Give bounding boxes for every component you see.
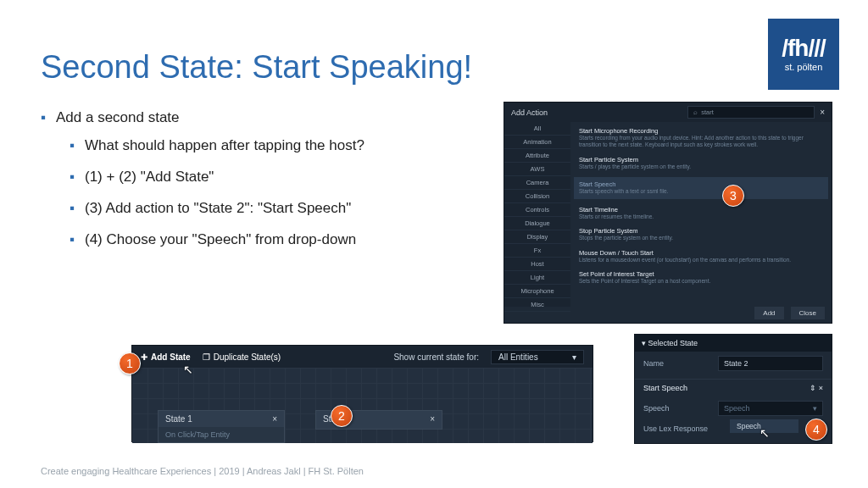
category-sidebar: All Animation Attribute AWS Camera Colli… — [504, 122, 570, 307]
add-button[interactable]: Add — [754, 307, 783, 319]
callout-4: 4 — [805, 419, 827, 441]
name-input[interactable]: State 2 — [718, 356, 823, 371]
entities-dropdown[interactable]: All Entities▾ — [491, 350, 584, 364]
search-icon: ⌕ — [693, 108, 698, 116]
category-item[interactable]: Fx — [504, 244, 570, 258]
bullet-list: Add a second state What should happen af… — [41, 109, 439, 262]
action-item[interactable]: Start Microphone RecordingStarts recordi… — [579, 127, 823, 149]
lex-label: Use Lex Response — [643, 424, 711, 433]
show-state-label: Show current state for: — [393, 352, 479, 362]
duplicate-icon: ❐ — [203, 352, 210, 362]
logo-text-bot: st. pölten — [785, 62, 823, 72]
bullet-sub: (4) Choose your "Speech" from drop-down — [56, 230, 439, 250]
sort-close-icons[interactable]: ⇕ × — [810, 384, 823, 392]
close-icon[interactable]: × — [272, 414, 277, 424]
logo: /fh/// st. pölten — [768, 19, 839, 90]
close-icon[interactable]: × — [820, 108, 825, 117]
name-label: Name — [643, 359, 711, 368]
duplicate-states-button[interactable]: ❐Duplicate State(s) — [203, 352, 281, 362]
logo-text-top: /fh/// — [782, 36, 826, 60]
action-item[interactable]: Start TimelineStarts or resumes the time… — [579, 206, 823, 220]
add-state-button[interactable]: ✚Add State — [141, 352, 191, 362]
callout-2: 2 — [331, 405, 353, 427]
state-node-1[interactable]: State 1× On Click/Tap Entity — [158, 410, 285, 443]
footer: Create engaging Healthcare Experiences |… — [41, 466, 364, 476]
speech-dropdown[interactable]: Speech▾ — [718, 401, 823, 416]
plus-icon: ✚ — [141, 352, 147, 362]
cursor-icon: ↖ — [183, 363, 193, 376]
slide-title: Second State: Start Speaking! — [41, 49, 827, 86]
state-machine-panel: ✚Add State ❐Duplicate State(s) Show curr… — [131, 345, 593, 442]
add-action-dialog: Add Action ⌕start × All Animation Attrib… — [504, 102, 832, 324]
category-item[interactable]: Dialogue — [504, 217, 570, 230]
bullet-sub: (1) + (2) "Add State" — [56, 168, 439, 187]
panel-header: ▾ Selected State — [635, 335, 832, 352]
action-item-selected[interactable]: Start SpeechStarts speech with a text or… — [574, 177, 828, 198]
category-item[interactable]: All — [504, 122, 570, 136]
selected-state-panel: ▾ Selected State Name State 2 Start Spee… — [634, 334, 832, 444]
category-item[interactable]: Collision — [504, 190, 570, 203]
category-item[interactable]: Host — [504, 258, 570, 271]
close-button[interactable]: Close — [791, 307, 825, 319]
action-item[interactable]: Stop Particle SystemStops the particle s… — [579, 227, 823, 241]
category-item[interactable]: Light — [504, 271, 570, 285]
category-item[interactable]: Camera — [504, 176, 570, 190]
dialog-title: Add Action — [511, 108, 548, 117]
bullet-sub: What should happen after tapping the hos… — [56, 136, 439, 156]
callout-3: 3 — [722, 185, 744, 207]
category-item[interactable]: Misc — [504, 298, 570, 312]
category-item[interactable]: Display — [504, 230, 570, 244]
speech-label: Speech — [643, 404, 711, 413]
category-item[interactable]: AWS — [504, 163, 570, 176]
action-item[interactable]: Mouse Down / Touch StartListens for a mo… — [579, 249, 823, 263]
action-list: Start Microphone RecordingStarts recordi… — [570, 122, 832, 307]
search-input[interactable]: ⌕start — [687, 106, 815, 119]
bullet-sub: (3) Add action to "State 2": "Start Spee… — [56, 199, 439, 219]
category-item[interactable]: Animation — [504, 136, 570, 149]
chevron-down-icon: ▾ — [572, 352, 576, 362]
action-item[interactable]: Start Particle SystemStarts / plays the … — [579, 156, 823, 170]
close-icon[interactable]: × — [430, 414, 435, 424]
cursor-icon: ↖ — [760, 426, 770, 440]
chevron-down-icon: ▾ — [813, 404, 817, 413]
bullet-main: Add a second state — [56, 109, 180, 125]
action-section-header[interactable]: Start Speech⇕ × — [635, 379, 832, 396]
category-item[interactable]: Controls — [504, 203, 570, 217]
callout-1: 1 — [119, 352, 141, 374]
category-item[interactable]: Attribute — [504, 149, 570, 163]
action-item[interactable]: Set Point of Interest TargetSets the Poi… — [579, 270, 823, 285]
category-item[interactable]: Microphone — [504, 285, 570, 298]
